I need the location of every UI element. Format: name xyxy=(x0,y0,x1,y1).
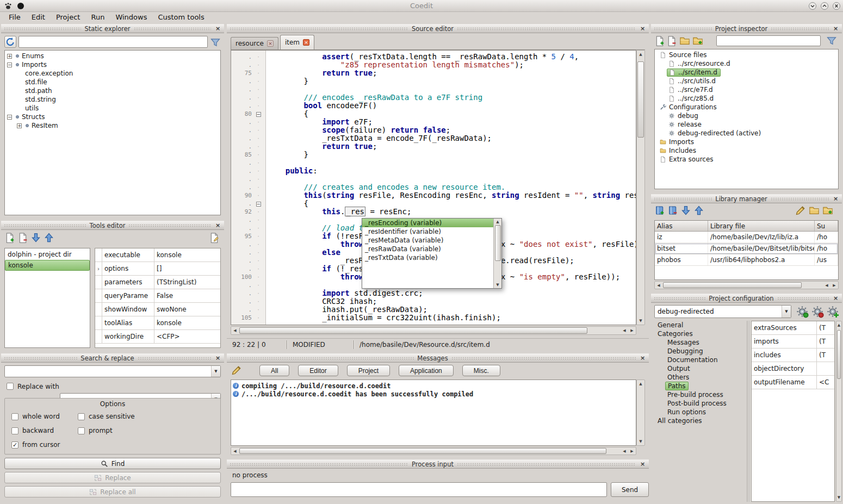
property-row-showwindow[interactable]: showWindowswoNone xyxy=(95,303,220,316)
code-line[interactable]: { xyxy=(267,200,636,208)
tree-item-structs[interactable]: −Structs xyxy=(5,113,220,121)
tree-item-core-exception[interactable]: core.exception xyxy=(5,69,220,78)
library-row-bitset[interactable]: bitset/home/basile/Dev/Bitset/lib/bitse/… xyxy=(655,243,838,254)
inspector-item-imports[interactable]: Imports xyxy=(655,138,838,146)
process-input-field[interactable] xyxy=(231,482,607,497)
scrollbar-thumb[interactable] xyxy=(239,448,606,454)
scroll-down-icon[interactable]: ▼ xyxy=(836,494,841,501)
close-icon[interactable]: × xyxy=(214,222,221,229)
scroll-down-icon[interactable]: ▼ xyxy=(637,438,644,445)
remove-library-button[interactable] xyxy=(667,205,678,216)
search-term-combobox[interactable]: ▼ xyxy=(4,365,221,377)
close-icon[interactable]: × xyxy=(214,25,221,32)
code-line[interactable]: } xyxy=(267,77,636,85)
message-row[interactable]: icompiling /.../build/resource.d.coedit xyxy=(231,382,636,390)
symbol-filter-input[interactable] xyxy=(18,36,208,48)
close-icon[interactable]: × xyxy=(214,354,221,362)
filter-button-all[interactable]: All xyxy=(259,365,289,376)
add-configuration-button[interactable] xyxy=(826,305,839,318)
expand-toggle-icon[interactable]: + xyxy=(7,54,12,59)
library-file-button[interactable] xyxy=(809,205,820,216)
scroll-left-icon[interactable]: ◀ xyxy=(621,447,628,455)
scrollbar-thumb[interactable] xyxy=(837,330,841,379)
tab-close-icon[interactable]: × xyxy=(267,40,274,47)
filter-icon[interactable] xyxy=(210,37,221,48)
code-line[interactable]: import std.digest.crc; xyxy=(267,289,636,297)
tool-item-dolphin-project-dir[interactable]: dolphin - project dir xyxy=(5,249,90,260)
scroll-up-icon[interactable]: ▲ xyxy=(836,321,841,329)
tree-item-imports[interactable]: −Imports xyxy=(5,60,220,69)
category-debugging[interactable]: Debugging xyxy=(652,347,747,356)
inspector-item-debug[interactable]: debug xyxy=(655,111,838,120)
option-whole-word[interactable]: whole word xyxy=(11,413,78,420)
clear-messages-button[interactable] xyxy=(231,365,242,376)
code-line[interactable]: scope(failure) return false; xyxy=(267,126,636,134)
scroll-right-icon[interactable]: ▶ xyxy=(628,447,636,455)
code-line[interactable] xyxy=(267,175,636,183)
messages-vscrollbar[interactable]: ▲ ▼ xyxy=(636,379,645,446)
scroll-down-icon[interactable]: ▼ xyxy=(637,317,644,325)
property-value[interactable]: konsole xyxy=(154,248,220,262)
tab-close-icon[interactable]: × xyxy=(303,39,309,46)
scroll-down-icon[interactable]: ▼ xyxy=(494,282,501,288)
category-post-build-process[interactable]: Post-build process xyxy=(652,399,747,408)
config-property-extrasources[interactable]: extraSources(T xyxy=(752,321,834,335)
add-tool-button[interactable] xyxy=(4,232,15,243)
send-button[interactable]: Send xyxy=(611,482,649,497)
property-value[interactable]: konsole xyxy=(154,316,220,329)
code-line[interactable]: /// encodes _resRawData to a e7F string xyxy=(267,94,636,102)
library-row-phobos[interactable]: phobos/usr/lib64/libphobos2.a/us xyxy=(655,254,838,266)
code-line[interactable]: return true; xyxy=(267,69,636,77)
config-property-objectdirectory[interactable]: objectDirectory xyxy=(752,362,834,376)
code-line[interactable]: this(string resFile, ResEncoding resEnc,… xyxy=(267,191,636,200)
move-up-button[interactable] xyxy=(44,232,54,243)
inspector-item-release[interactable]: release xyxy=(655,120,838,129)
fold-collapse-icon[interactable]: − xyxy=(256,202,261,207)
tool-item-konsole[interactable]: konsole xyxy=(5,260,90,271)
window-close-button[interactable] xyxy=(832,2,841,10)
scrollbar-thumb[interactable] xyxy=(663,282,802,288)
option-prompt[interactable]: prompt xyxy=(78,427,214,434)
inspector-item-src-z85-d[interactable]: ../src/z85.d xyxy=(655,94,838,103)
property-value[interactable] xyxy=(817,362,834,375)
menu-custom-tools[interactable]: Custom tools xyxy=(152,12,209,23)
scroll-up-icon[interactable]: ▲ xyxy=(494,219,501,225)
config-property-outputfilename[interactable]: outputFilename<C xyxy=(752,376,834,389)
close-icon[interactable]: × xyxy=(639,354,646,362)
config-property-imports[interactable]: imports(T xyxy=(752,335,834,349)
inspector-item-src-utils-d[interactable]: ../src/utils.d xyxy=(655,77,838,85)
code-line[interactable]: public: xyxy=(267,167,636,175)
property-value[interactable]: [] xyxy=(154,262,220,275)
menu-run[interactable]: Run xyxy=(85,12,110,23)
property-row-executable[interactable]: executablekonsole xyxy=(95,248,220,262)
inspector-item-includes[interactable]: Includes xyxy=(655,146,838,155)
close-icon[interactable]: × xyxy=(639,461,646,468)
completion-scrollbar[interactable]: ▲ ▼ xyxy=(493,219,501,288)
option-backward[interactable]: backward xyxy=(11,427,78,434)
code-line[interactable]: ihash.put(_resRawData); xyxy=(267,306,636,314)
filter-icon[interactable] xyxy=(826,35,837,46)
category-paths[interactable]: Paths xyxy=(652,382,747,390)
column-header-library-file[interactable]: Library file xyxy=(708,221,815,231)
category-messages[interactable]: Messages xyxy=(652,338,747,347)
property-row-toolalias[interactable]: toolAliaskonsole xyxy=(95,316,220,330)
menu-edit[interactable]: Edit xyxy=(26,12,51,23)
tab-item[interactable]: item× xyxy=(280,35,314,49)
replace-with-checkbox[interactable] xyxy=(7,383,14,390)
chevron-down-icon[interactable]: ▼ xyxy=(211,366,220,377)
library-hscrollbar[interactable]: ◀ ◀ ▶ xyxy=(654,281,839,289)
tree-item-std-string[interactable]: std.string xyxy=(5,95,220,104)
scrollbar-thumb[interactable] xyxy=(239,327,587,334)
menu-file[interactable]: File xyxy=(3,12,26,23)
filter-button-misc[interactable]: Misc. xyxy=(462,365,500,376)
remove-tool-button[interactable] xyxy=(17,232,28,243)
scroll-left-icon[interactable]: ◀ xyxy=(231,327,239,334)
inspector-filter-input[interactable] xyxy=(716,35,821,46)
inspector-item-src-resource-d[interactable]: ../src/resource.d xyxy=(655,59,838,68)
code-line[interactable]: "z85 representation length mismatches"); xyxy=(267,61,636,69)
scrollbar-thumb[interactable] xyxy=(637,61,644,138)
configuration-combobox[interactable]: debug-redirected ▼ xyxy=(654,305,791,318)
property-value[interactable]: (T xyxy=(817,349,834,362)
property-expander[interactable]: › xyxy=(95,262,102,275)
collapse-toggle-icon[interactable]: − xyxy=(7,63,12,67)
